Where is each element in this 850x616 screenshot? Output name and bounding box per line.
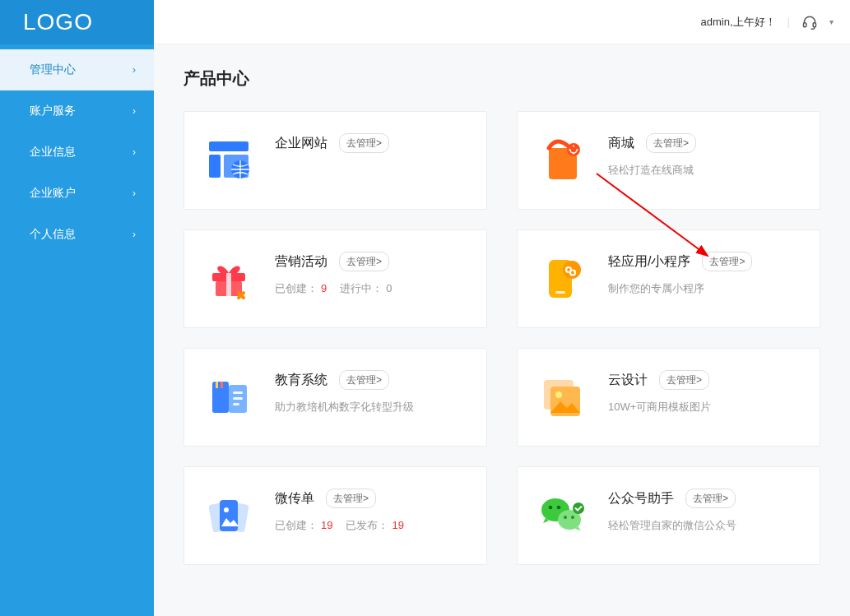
svg-rect-17 xyxy=(233,391,243,394)
svg-rect-9 xyxy=(226,273,231,296)
stat-value: 19 xyxy=(392,519,403,531)
stat-label: 已发布： xyxy=(346,519,388,531)
card-flyer: 微传单 去管理> 已创建：19 已发布：19 xyxy=(183,466,487,565)
sidebar-item-label: 管理中心 xyxy=(30,63,76,77)
card-subtitle: 轻松管理自家的微信公众号 xyxy=(608,518,798,533)
svg-rect-2 xyxy=(209,141,248,151)
svg-point-33 xyxy=(573,503,584,514)
manage-button[interactable]: 去管理> xyxy=(339,252,389,271)
svg-point-22 xyxy=(555,391,562,398)
miniprogram-icon xyxy=(539,255,585,301)
nav: 管理中心 › 账户服务 › 企业信息 › 企业账户 › 个人信息 › xyxy=(0,44,154,255)
mall-icon xyxy=(539,137,585,183)
card-subtitle: 10W+可商用模板图片 xyxy=(608,400,798,415)
cloud-design-icon xyxy=(539,373,585,419)
sidebar-item-label: 企业账户 xyxy=(30,186,76,201)
stat-value: 0 xyxy=(386,282,392,294)
sidebar-item-account-service[interactable]: 账户服务 › xyxy=(0,90,154,132)
svg-rect-11 xyxy=(555,291,565,294)
sidebar-item-company-info[interactable]: 企业信息 › xyxy=(0,132,154,173)
svg-rect-19 xyxy=(233,403,239,405)
chevron-right-icon: › xyxy=(132,229,136,240)
manage-button[interactable]: 去管理> xyxy=(339,370,389,390)
divider: | xyxy=(787,16,790,28)
card-subtitle: 助力教培机构数字化转型升级 xyxy=(275,400,465,415)
stat-label: 已创建： xyxy=(275,519,318,531)
card-miniprogram: 轻应用/小程序 去管理> 制作您的专属小程序 xyxy=(517,229,820,328)
svg-point-29 xyxy=(557,506,561,510)
chevron-right-icon: › xyxy=(132,146,136,158)
chevron-right-icon: › xyxy=(132,64,136,76)
stat-value: 9 xyxy=(321,282,327,294)
card-subtitle: 轻松打造在线商城 xyxy=(608,163,798,178)
svg-rect-15 xyxy=(216,382,218,388)
sidebar-item-management-center[interactable]: 管理中心 › xyxy=(0,49,154,90)
card-title: 企业网站 xyxy=(275,135,327,152)
education-icon xyxy=(206,373,252,419)
svg-rect-16 xyxy=(221,382,223,388)
svg-rect-0 xyxy=(804,22,806,26)
card-title: 教育系统 xyxy=(275,372,327,389)
manage-button[interactable]: 去管理> xyxy=(339,133,389,153)
card-title: 公众号助手 xyxy=(608,490,674,507)
card-website: 企业网站 去管理> xyxy=(183,111,487,210)
svg-rect-3 xyxy=(209,155,221,178)
chevron-right-icon: › xyxy=(132,105,136,117)
sidebar-item-label: 账户服务 xyxy=(30,104,76,118)
wechat-icon xyxy=(539,492,585,538)
card-wechat-assistant: 公众号助手 去管理> 轻松管理自家的微信公众号 xyxy=(517,466,820,565)
manage-button[interactable]: 去管理> xyxy=(702,252,752,271)
card-cloud-design: 云设计 去管理> 10W+可商用模板图片 xyxy=(517,348,820,447)
card-title: 轻应用/小程序 xyxy=(608,253,690,271)
svg-point-28 xyxy=(549,506,553,510)
card-title: 云设计 xyxy=(608,372,648,389)
headset-icon[interactable] xyxy=(801,14,818,30)
page-title: 产品中心 xyxy=(183,67,820,90)
card-title: 商城 xyxy=(608,135,634,152)
chevron-right-icon: › xyxy=(132,188,136,199)
website-icon xyxy=(206,137,252,183)
stat-value: 19 xyxy=(321,519,332,531)
card-title: 营销活动 xyxy=(275,253,327,271)
product-grid: 企业网站 去管理> 商城 去管理> 轻松打造在线商城 xyxy=(183,111,820,565)
card-title: 微传单 xyxy=(275,490,314,507)
svg-point-31 xyxy=(564,516,567,519)
card-marketing: 营销活动 去管理> 已创建：9 进行中：0 xyxy=(183,229,487,328)
svg-rect-18 xyxy=(233,397,243,400)
sidebar: LOGO 管理中心 › 账户服务 › 企业信息 › 企业账户 › 个人信息 › xyxy=(0,0,154,616)
card-education: 教育系统 去管理> 助力教培机构数字化转型升级 xyxy=(183,348,487,447)
main: 产品中心 企业网站 去管理> xyxy=(154,44,850,616)
chevron-down-icon[interactable]: ▾ xyxy=(829,17,834,26)
svg-rect-1 xyxy=(813,22,815,26)
card-mall: 商城 去管理> 轻松打造在线商城 xyxy=(517,111,820,210)
svg-point-32 xyxy=(571,516,574,519)
stat-label: 进行中： xyxy=(340,282,383,294)
gift-icon xyxy=(206,255,252,301)
greeting-text: admin,上午好！ xyxy=(701,15,776,30)
manage-button[interactable]: 去管理> xyxy=(646,133,696,153)
sidebar-item-label: 个人信息 xyxy=(30,227,76,242)
sidebar-item-personal-info[interactable]: 个人信息 › xyxy=(0,214,154,255)
card-subtitle: 制作您的专属小程序 xyxy=(608,281,798,296)
manage-button[interactable]: 去管理> xyxy=(326,489,376,508)
logo: LOGO xyxy=(0,0,154,44)
card-stats: 已创建：9 进行中：0 xyxy=(275,281,465,296)
svg-point-26 xyxy=(224,507,229,512)
svg-rect-25 xyxy=(220,500,238,531)
card-stats: 已创建：19 已发布：19 xyxy=(275,518,465,533)
manage-button[interactable]: 去管理> xyxy=(659,370,709,390)
stat-label: 已创建： xyxy=(275,282,318,294)
manage-button[interactable]: 去管理> xyxy=(685,489,736,508)
flyer-icon xyxy=(206,492,252,538)
topbar: admin,上午好！ | ▾ xyxy=(154,0,850,44)
sidebar-item-company-account[interactable]: 企业账户 › xyxy=(0,173,154,214)
sidebar-item-label: 企业信息 xyxy=(30,145,76,160)
